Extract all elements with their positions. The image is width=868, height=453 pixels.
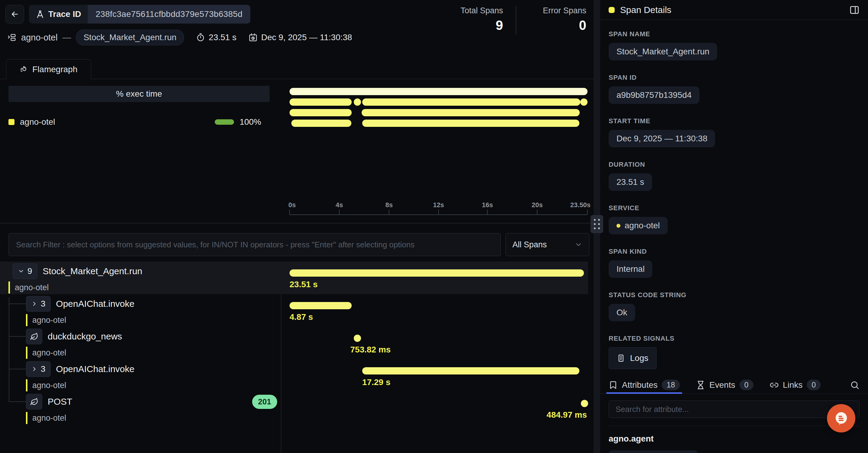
service-color-swatch bbox=[8, 119, 14, 125]
flamegraph-panel: % exec time agno-otel 100% 0s4s8s12s16s2… bbox=[0, 79, 593, 224]
span-duration-dot[interactable] bbox=[581, 400, 588, 407]
flame-span-bar[interactable] bbox=[289, 109, 352, 116]
tab-flamegraph[interactable]: Flamegraph bbox=[6, 59, 91, 79]
error-spans-label: Error Spans bbox=[543, 6, 586, 16]
flame-row bbox=[289, 109, 588, 116]
collapse-span-button[interactable]: 9 bbox=[13, 263, 37, 279]
flame-span-bar[interactable] bbox=[291, 120, 352, 127]
axis-tick-label: 4s bbox=[336, 201, 343, 209]
back-button[interactable] bbox=[5, 5, 24, 24]
tree-guide-line bbox=[9, 297, 9, 402]
span-duration-area: 17.29 s bbox=[289, 359, 588, 392]
related-signals-label: RELATED SIGNALS bbox=[609, 335, 860, 342]
tab-attributes[interactable]: Attributes18 bbox=[609, 376, 680, 394]
flame-span-bar[interactable] bbox=[362, 109, 580, 116]
span-details-title: Span Details bbox=[620, 5, 671, 15]
axis-tick bbox=[587, 209, 588, 215]
http-status-badge: 201 bbox=[252, 395, 277, 409]
span-details-body: SPAN NAMEStock_Market_Agent.runSPAN IDa9… bbox=[600, 20, 868, 369]
detail-section-label: DURATION bbox=[609, 161, 860, 169]
logs-icon bbox=[617, 354, 625, 362]
exec-time-header: % exec time bbox=[8, 86, 270, 102]
service-color-bar bbox=[26, 412, 27, 424]
tab-events[interactable]: Events0 bbox=[696, 376, 753, 394]
service-color-bar bbox=[8, 281, 10, 293]
detail-section-value[interactable]: 23.51 s bbox=[609, 173, 652, 191]
logs-button-label: Logs bbox=[630, 353, 648, 363]
detail-section-value[interactable]: Internal bbox=[609, 260, 652, 278]
span-duration-label: 23.51 s bbox=[289, 280, 318, 289]
leaf-icon bbox=[30, 333, 38, 341]
trace-service-name: agno-otel bbox=[21, 33, 58, 43]
flamegraph-chart bbox=[289, 79, 588, 131]
detail-section-label: SPAN KIND bbox=[609, 248, 860, 255]
chevron-down-icon bbox=[18, 268, 25, 275]
logs-button[interactable]: Logs bbox=[609, 347, 657, 369]
search-filter-input[interactable] bbox=[8, 233, 501, 256]
flame-span-bar[interactable] bbox=[362, 120, 579, 127]
trace-id-label: Trace ID bbox=[48, 9, 81, 19]
speech-bubble-icon bbox=[833, 410, 849, 426]
axis-tick bbox=[289, 209, 290, 215]
trace-id-chip[interactable]: Trace ID 238fc3ae75611cfbbdd379e573b6385… bbox=[29, 5, 250, 24]
child-span-count: 9 bbox=[27, 266, 32, 276]
tab-count-badge: 0 bbox=[740, 379, 753, 390]
axis-tick-label: 16s bbox=[482, 201, 493, 209]
tabs-search-icon[interactable] bbox=[850, 380, 860, 390]
span-row[interactable]: POST201agno-otel484.97 ms bbox=[0, 392, 588, 425]
trace-datetime: Dec 9, 2025 — 11:30:38 bbox=[249, 33, 352, 42]
tab-count-badge: 0 bbox=[807, 379, 820, 390]
flame-span-bar[interactable] bbox=[289, 88, 588, 95]
span-service-name: agno-otel bbox=[32, 414, 66, 423]
detail-section-value[interactable]: Ok bbox=[609, 304, 635, 321]
chat-fab-button[interactable] bbox=[827, 404, 855, 432]
expand-span-button[interactable]: 3 bbox=[26, 361, 51, 377]
panel-collapse-icon[interactable] bbox=[849, 5, 860, 15]
span-row[interactable]: 3OpenAIChat.invokeagno-otel4.87 s bbox=[0, 294, 588, 327]
span-duration-dot[interactable] bbox=[354, 335, 361, 342]
trace-meta-row: agno-otel — Stock_Market_Agent.run 23.51… bbox=[7, 30, 352, 45]
flamegraph-icon bbox=[20, 65, 28, 74]
exec-time-progress-bar bbox=[215, 119, 234, 125]
span-name: OpenAIChat.invoke bbox=[56, 299, 134, 309]
axis-tick-label: 0s bbox=[288, 201, 296, 209]
attribute-search-input[interactable] bbox=[609, 400, 860, 418]
total-spans-stat: Total Spans 9 bbox=[446, 6, 503, 33]
span-details-sidebar: Span Details SPAN NAMEStock_Market_Agent… bbox=[600, 0, 868, 453]
tab-count-badge: 18 bbox=[662, 379, 680, 390]
tab-links[interactable]: Links0 bbox=[770, 376, 820, 394]
attribute-value[interactable]: Stock Market Agent bbox=[609, 450, 698, 453]
flame-span-dot[interactable] bbox=[580, 98, 588, 106]
span-duration-label: 484.97 ms bbox=[547, 410, 587, 420]
flame-span-bar[interactable] bbox=[362, 98, 580, 106]
detail-section-value[interactable]: agno-otel bbox=[609, 217, 668, 234]
stopwatch-icon bbox=[196, 33, 205, 42]
flame-span-dot[interactable] bbox=[354, 98, 361, 106]
detail-value-text: Internal bbox=[617, 264, 645, 274]
span-duration-bar[interactable] bbox=[289, 302, 352, 309]
link-icon bbox=[770, 380, 779, 390]
span-duration-bar[interactable] bbox=[362, 367, 579, 374]
splitter-grip-handle[interactable] bbox=[591, 215, 603, 233]
trace-detail-page: Trace ID 238fc3ae75611cfbbdd379e573b6385… bbox=[0, 0, 868, 453]
service-color-dot bbox=[617, 224, 620, 228]
span-duration-bar[interactable] bbox=[289, 270, 584, 277]
bookmark-icon bbox=[609, 380, 618, 390]
expand-span-button[interactable]: 3 bbox=[26, 296, 51, 312]
axis-tick-label: 12s bbox=[433, 201, 444, 209]
detail-section-value[interactable]: Stock_Market_Agent.run bbox=[609, 43, 717, 60]
detail-section-value[interactable]: a9b9b8757b1395d4 bbox=[609, 86, 700, 104]
span-scope-select[interactable]: All Spans bbox=[505, 233, 589, 256]
span-row[interactable]: 3OpenAIChat.invokeagno-otel17.29 s bbox=[0, 359, 588, 392]
flame-row bbox=[289, 120, 588, 127]
span-row[interactable]: duckduckgo_newsagno-otel753.82 ms bbox=[0, 327, 588, 359]
span-details-header: Span Details bbox=[600, 0, 868, 20]
span-row[interactable]: 9Stock_Market_Agent.runagno-otel23.51 s bbox=[0, 261, 588, 294]
span-color-bullet bbox=[609, 7, 615, 13]
flame-span-bar[interactable] bbox=[289, 98, 352, 106]
root-span-pill[interactable]: Stock_Market_Agent.run bbox=[76, 30, 184, 45]
detail-section-value[interactable]: Dec 9, 2025 — 11:30:38 bbox=[609, 130, 715, 147]
error-spans-stat: Error Spans 0 bbox=[529, 6, 586, 33]
trace-id-value[interactable]: 238fc3ae75611cfbbdd379e573b6385d bbox=[88, 5, 250, 24]
legend-row-agno-otel[interactable]: agno-otel 100% bbox=[8, 117, 261, 127]
